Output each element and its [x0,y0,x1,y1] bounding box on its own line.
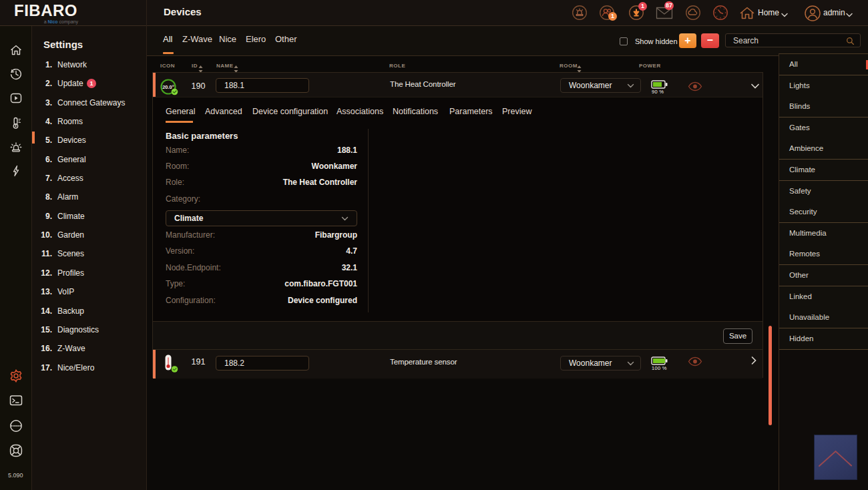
svg-text:20.0°: 20.0° [162,84,174,90]
